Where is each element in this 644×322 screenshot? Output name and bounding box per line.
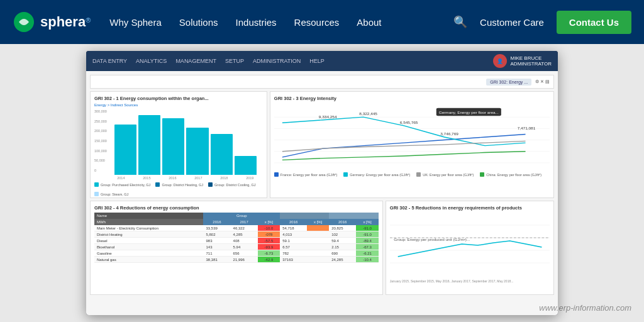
legend-france: France: Energy per floor area (GJ/ft²) bbox=[274, 172, 337, 177]
chart1-title: GRI 302 - 1 Energy consumption within th… bbox=[94, 96, 263, 101]
user-avatar: 👤 bbox=[493, 54, 507, 68]
search-icon[interactable]: 🔍 bbox=[453, 15, 467, 29]
chart1-subtitle: Energy > Indirect Sources bbox=[94, 103, 263, 107]
table-row: Bioethanol 1435.94 -93.9 6.57 2.15 -67.3 bbox=[94, 244, 379, 250]
legend-germany: Germany: Energy per floor area (GJ/ft²) bbox=[343, 172, 410, 177]
col-pct3: x [%] bbox=[356, 219, 379, 225]
col-2017: 2017 bbox=[231, 219, 258, 225]
app-nav-analytics[interactable]: ANALYTICS bbox=[136, 58, 167, 64]
chart2-title: GRI 302 - 3 Energy Intensity bbox=[274, 96, 550, 101]
bar-2015 bbox=[138, 115, 160, 175]
col-v2016: 2016 bbox=[280, 219, 307, 225]
col-group2 bbox=[280, 213, 329, 219]
chart-card-1: GRI 302 - 1 Energy consumption within th… bbox=[90, 91, 267, 198]
chart-card-4: GRI 302 - 5 Reductions in energy require… bbox=[386, 201, 554, 295]
charts-row-top: GRI 302 - 1 Energy consumption within th… bbox=[90, 91, 554, 198]
col-unit: MWh bbox=[94, 219, 203, 225]
nav-link-solutions[interactable]: Solutions bbox=[179, 17, 218, 28]
bar-2017 bbox=[186, 128, 208, 175]
col-2016: 2016 bbox=[203, 219, 230, 225]
main-content: DATA ENTRY ANALYTICS MANAGEMENT SETUP AD… bbox=[0, 44, 644, 322]
bar-2018 bbox=[211, 134, 233, 175]
legend-4: Group: Steam, GJ bbox=[94, 192, 128, 196]
app-topbar: DATA ENTRY ANALYTICS MANAGEMENT SETUP AD… bbox=[86, 51, 558, 71]
bar-chart bbox=[108, 112, 263, 175]
svg-text:9,334,254: 9,334,254 bbox=[319, 116, 337, 119]
watermark: www.erp-information.com bbox=[539, 303, 631, 313]
app-nav-setup[interactable]: SETUP bbox=[225, 58, 244, 64]
user-name: MIKE BRUCE bbox=[511, 55, 552, 61]
nav-link-resources[interactable]: Resources bbox=[294, 17, 340, 28]
table-row: Natural gas 38,38121,996 -42.9 37163 24,… bbox=[94, 257, 379, 263]
table-row: Main Meter - Electricity Consumption 33,… bbox=[94, 225, 379, 231]
nav-links: Why Sphera Solutions Industries Resource… bbox=[109, 17, 453, 28]
legend-uk: UK: Energy per floor area (GJ/ft²) bbox=[416, 172, 474, 177]
user-role: ADMINISTRATOR bbox=[511, 61, 552, 67]
svg-text:6,545,765: 6,545,765 bbox=[400, 121, 418, 125]
table-row: Diesel 983408 -57.5 59.1 59.4 -89.4 bbox=[94, 238, 379, 244]
col-pct2: x [%] bbox=[307, 219, 329, 225]
col-pct1: x [%] bbox=[258, 219, 280, 225]
filter-bar: GRI 302: Energy ... ⚙ ✕ ▤ bbox=[90, 75, 554, 89]
nav-right: 🔍 Customer Care Contact Us bbox=[453, 11, 631, 34]
legend-3: Group: District Cooling, GJ bbox=[208, 182, 255, 187]
nav-link-industries[interactable]: Industries bbox=[236, 17, 277, 28]
svg-text:Group: Energy per produced uni: Group: Energy per produced unit (GJ/m²).… bbox=[394, 238, 470, 242]
svg-text:Germany, Energy per floor area: Germany, Energy per floor area... bbox=[438, 111, 499, 114]
legend-china: China: Energy per floor area (GJ/ft²) bbox=[480, 172, 541, 177]
col-v3: 2016 bbox=[329, 219, 356, 225]
bar-2014 bbox=[114, 125, 136, 175]
charts-row-bottom: GRI 302 - 4 Reductions of energy consump… bbox=[90, 201, 554, 295]
table-row: Gasoline 711656 -6.73 782 690 -6.21 bbox=[94, 250, 379, 257]
filter-tag[interactable]: GRI 302: Energy ... bbox=[486, 79, 531, 86]
logo[interactable]: sphera® bbox=[13, 11, 91, 33]
logo-text: sphera® bbox=[40, 14, 91, 30]
app-nav-management[interactable]: MANAGEMENT bbox=[175, 58, 216, 64]
col-name: Name bbox=[94, 213, 203, 219]
user-info: MIKE BRUCE ADMINISTRATOR bbox=[511, 55, 552, 67]
data-table: Name Group MWh 2016 2017 x [%] 2016 bbox=[94, 213, 379, 263]
filter-icons[interactable]: ⚙ ✕ ▤ bbox=[535, 79, 550, 84]
sphera-logo-icon bbox=[13, 11, 35, 33]
app-nav-administration[interactable]: ADMINISTRATION bbox=[253, 58, 301, 64]
nav-link-why-sphera[interactable]: Why Sphera bbox=[109, 17, 162, 28]
app-nav-items: DATA ENTRY ANALYTICS MANAGEMENT SETUP AD… bbox=[92, 58, 325, 64]
y-axis: 300,000 250,000 200,000 150,000 100,000 … bbox=[94, 109, 107, 172]
bar-2019 bbox=[235, 156, 257, 175]
col-group: Group bbox=[203, 213, 280, 219]
legend-2: Group: District Heating, GJ bbox=[155, 182, 203, 187]
bar-2016 bbox=[162, 118, 184, 175]
chart4-title: GRI 302 - 5 Reductions in energy require… bbox=[390, 205, 550, 211]
app-frame: DATA ENTRY ANALYTICS MANAGEMENT SETUP AD… bbox=[86, 51, 558, 315]
app-content: GRI 302: Energy ... ⚙ ✕ ▤ GRI 302 - 1 En… bbox=[86, 71, 558, 315]
chart-card-3: GRI 302 - 4 Reductions of energy consump… bbox=[90, 201, 383, 295]
chart4-svg: Group: Energy per produced unit (GJ/m²).… bbox=[390, 213, 550, 275]
nav-link-about[interactable]: About bbox=[357, 17, 381, 28]
col-group3 bbox=[329, 213, 379, 219]
svg-text:7,471,081: 7,471,081 bbox=[517, 127, 535, 130]
line-chart-svg: 9,334,254 8,322,445 6,545,765 3,746,769 … bbox=[274, 106, 550, 169]
contact-us-button[interactable]: Contact Us bbox=[557, 11, 631, 34]
customer-care-link[interactable]: Customer Care bbox=[480, 17, 544, 28]
top-navigation: sphera® Why Sphera Solutions Industries … bbox=[0, 0, 644, 44]
chart1-legend: Group: Purchased Electricity, GJ Group: … bbox=[94, 182, 263, 196]
svg-text:3,746,769: 3,746,769 bbox=[440, 133, 458, 136]
app-nav-help[interactable]: HELP bbox=[309, 58, 325, 64]
legend-1: Group: Purchased Electricity, GJ bbox=[94, 182, 150, 187]
app-nav-data-entry[interactable]: DATA ENTRY bbox=[92, 58, 127, 64]
table-row: District Heating 5,8024,285 -078 4,013 1… bbox=[94, 231, 379, 238]
app-user: 👤 MIKE BRUCE ADMINISTRATOR bbox=[493, 54, 552, 68]
chart-card-2: GRI 302 - 3 Energy Intensity bbox=[270, 91, 554, 198]
chart3-title: GRI 302 - 4 Reductions of energy consump… bbox=[94, 205, 379, 211]
svg-text:8,322,445: 8,322,445 bbox=[359, 113, 377, 116]
